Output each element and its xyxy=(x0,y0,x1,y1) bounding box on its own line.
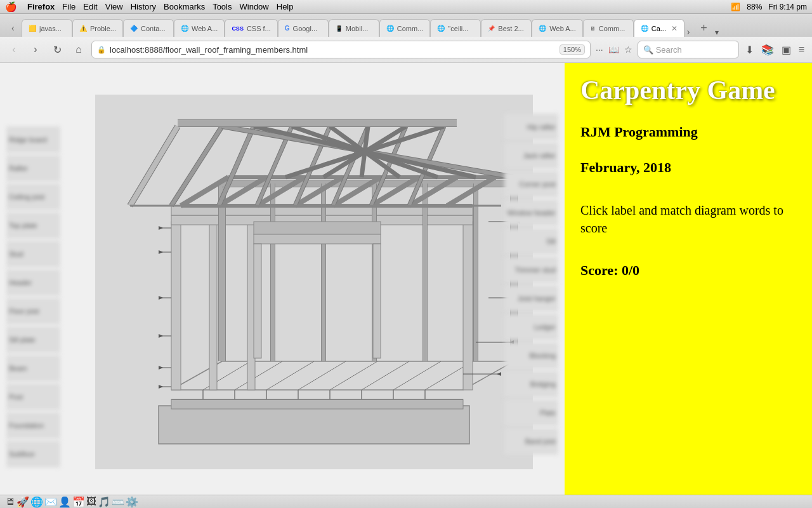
menu-history[interactable]: History xyxy=(131,2,156,11)
forward-button[interactable]: › xyxy=(27,41,44,58)
dock-calendar[interactable]: 📅 xyxy=(72,496,85,508)
tab-mobile[interactable]: 📱 Mobil... xyxy=(329,19,379,37)
dock-settings[interactable]: ⚙️ xyxy=(126,496,138,508)
label-column-left[interactable]: Ridge board Rafter Ceiling joist Top pla… xyxy=(6,126,60,469)
url-text[interactable]: localhost:8888/floor_wall_roof_framing_m… xyxy=(110,45,556,55)
home-button[interactable]: ⌂ xyxy=(70,41,88,58)
label-right-5[interactable]: Sill xyxy=(504,228,558,255)
label-left-7[interactable]: Floor joist xyxy=(6,298,60,324)
lock-icon: 🔒 xyxy=(97,46,106,54)
more-options-icon[interactable]: ··· xyxy=(594,43,605,56)
menu-bookmarks[interactable]: Bookmarks xyxy=(164,2,205,11)
menu-tools[interactable]: Tools xyxy=(213,2,232,11)
tab-carpentry[interactable]: 🌐 Ca... ✕ xyxy=(634,19,684,37)
label-right-11[interactable]: Plate xyxy=(504,399,558,426)
tab-overflow[interactable]: › xyxy=(684,27,693,37)
label-left-10[interactable]: Post xyxy=(6,384,60,410)
clock: Fri 9:14 pm xyxy=(768,3,807,11)
label-left-4[interactable]: Top plate xyxy=(6,212,60,239)
dock-mail[interactable]: ✉️ xyxy=(44,496,57,508)
dock-finder[interactable]: 🖥 xyxy=(5,496,15,508)
framing-svg xyxy=(95,95,533,469)
search-icon: 🔍 xyxy=(643,45,653,55)
menu-window[interactable]: Window xyxy=(240,2,269,11)
dock-contacts[interactable]: 👤 xyxy=(58,496,71,508)
tab-google[interactable]: G Googl... xyxy=(278,19,329,37)
tab-list-button[interactable]: ▾ xyxy=(712,28,721,37)
game-title: Carpentry Game xyxy=(580,76,796,105)
menu-icon[interactable]: ≡ xyxy=(796,43,807,57)
tab-javase[interactable]: 🟨 javas... xyxy=(22,19,72,37)
new-tab-button[interactable]: + xyxy=(695,19,712,37)
label-column-right[interactable]: Hip rafter Jack rafter Corner post Windo… xyxy=(504,114,558,457)
tab-problem[interactable]: ⚠️ Proble... xyxy=(72,19,123,37)
tab-favicon-javase: 🟨 xyxy=(29,25,36,32)
menu-help[interactable]: Help xyxy=(277,2,294,11)
svg-rect-2 xyxy=(171,399,463,409)
label-right-3[interactable]: Corner post xyxy=(504,171,558,197)
tab-close-carpentry[interactable]: ✕ xyxy=(671,24,678,33)
label-right-10[interactable]: Bridging xyxy=(504,371,558,398)
label-left-2[interactable]: Rafter xyxy=(6,155,60,182)
label-left-11[interactable]: Foundation xyxy=(6,412,60,439)
search-box[interactable]: 🔍 Search xyxy=(638,41,739,58)
tab-contact[interactable]: 🔷 Conta... xyxy=(123,19,174,37)
label-left-12[interactable]: Subfloor xyxy=(6,441,60,467)
game-date: February, 2018 xyxy=(580,159,796,176)
label-right-6[interactable]: Trimmer stud xyxy=(504,257,558,283)
tab-title-ceiling: "ceili... xyxy=(448,25,468,32)
tab-weba2[interactable]: 🌐 Web A... xyxy=(532,19,582,37)
tab-favicon-comm2: 🖥 xyxy=(590,25,596,32)
tab-best2[interactable]: 📌 Best 2... xyxy=(481,19,532,37)
dock-photos[interactable]: 🖼 xyxy=(86,496,96,508)
wifi-icon: 📶 xyxy=(731,3,740,11)
label-left-6[interactable]: Header xyxy=(6,269,60,296)
sidebar-toggle-icon[interactable]: ▣ xyxy=(779,43,794,57)
label-left-8[interactable]: Sill plate xyxy=(6,326,60,353)
page-content: Ridge board Rafter Ceiling joist Top pla… xyxy=(0,63,812,495)
menu-file[interactable]: File xyxy=(62,2,75,11)
framing-diagram xyxy=(95,95,533,469)
tab-weba1[interactable]: 🌐 Web A... xyxy=(174,19,225,37)
menu-edit[interactable]: Edit xyxy=(83,2,97,11)
label-left-1[interactable]: Ridge board xyxy=(6,126,60,153)
library-icon[interactable]: 📚 xyxy=(759,43,776,57)
dock-launchpad[interactable]: 🚀 xyxy=(16,496,29,508)
tab-title-contact: Conta... xyxy=(141,25,166,32)
label-right-12[interactable]: Band joist xyxy=(504,428,558,455)
app-name[interactable]: Firefox xyxy=(27,2,55,11)
zoom-level[interactable]: 150% xyxy=(560,44,585,55)
tab-ceiling[interactable]: 🌐 "ceili... xyxy=(430,19,481,37)
label-left-3[interactable]: Ceiling joist xyxy=(6,184,60,210)
toolbar-icons: ⬇ 📚 ▣ ≡ xyxy=(743,43,807,57)
bookmark-icon[interactable]: ☆ xyxy=(623,43,634,56)
reload-button[interactable]: ↻ xyxy=(48,41,66,58)
tab-title-carpentry: Ca... xyxy=(652,25,666,32)
download-icon[interactable]: ⬇ xyxy=(743,43,756,57)
label-right-4[interactable]: Window header xyxy=(504,199,558,226)
label-right-2[interactable]: Jack rafter xyxy=(504,142,558,169)
apple-menu[interactable]: 🍎 xyxy=(5,1,17,13)
label-right-1[interactable]: Hip rafter xyxy=(504,114,558,140)
tab-comm2[interactable]: 🖥 Comm... xyxy=(583,19,634,37)
reader-icon[interactable]: 📖 xyxy=(607,43,620,56)
label-right-8[interactable]: Ledger xyxy=(504,314,558,340)
label-right-9[interactable]: Blocking xyxy=(504,342,558,369)
dock-itunes[interactable]: 🎵 xyxy=(98,496,110,508)
svg-rect-27 xyxy=(463,222,473,390)
label-left-9[interactable]: Beam xyxy=(6,355,60,382)
address-icons: ··· 📖 ☆ xyxy=(594,43,634,56)
tab-comm1[interactable]: 🌐 Comm... xyxy=(379,19,431,37)
svg-rect-25 xyxy=(209,222,217,390)
menu-view[interactable]: View xyxy=(105,2,123,11)
tab-title-weba2: Web A... xyxy=(549,25,575,32)
tab-back[interactable]: ‹ xyxy=(5,19,22,37)
dock-terminal[interactable]: ⌨️ xyxy=(112,496,124,508)
address-bar[interactable]: 🔒 localhost:8888/floor_wall_roof_framing… xyxy=(91,41,591,58)
label-left-5[interactable]: Stud xyxy=(6,241,60,267)
dock-safari[interactable]: 🌐 xyxy=(30,496,43,508)
game-score: Score: 0/0 xyxy=(580,262,796,279)
label-right-7[interactable]: Joist hanger xyxy=(504,285,558,312)
tab-cssf[interactable]: CSS CSS f... xyxy=(225,19,277,37)
back-button[interactable]: ‹ xyxy=(5,41,23,58)
